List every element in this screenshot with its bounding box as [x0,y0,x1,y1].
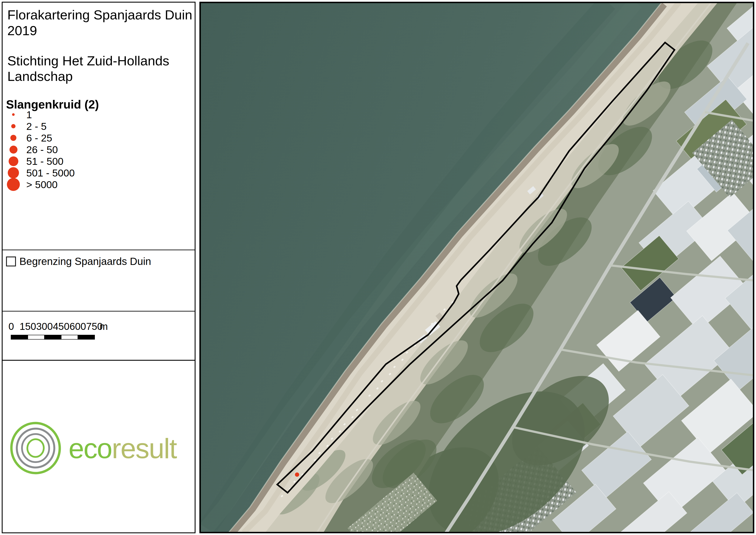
legend-class-label: 2 - 5 [26,120,46,132]
legend-class-row: > 5000 [4,179,155,190]
map-title: Florakartering Spanjaards Duin 2019 [7,7,192,39]
observation-dot-icon [11,124,15,128]
scalebar-tick-label: 450 [53,321,69,332]
scalebar-tick-label: 150 [20,321,36,332]
logo-ring-icon [21,433,50,463]
ecoresult-logo-rings-icon [7,419,64,477]
observation-dot-icon [8,167,19,179]
info-panel: Florakartering Spanjaards Duin 2019 Stic… [2,2,196,533]
map-title-line1: Florakartering Spanjaards Duin [7,7,192,23]
map-sheet: Florakartering Spanjaards Duin 2019 Stic… [0,0,756,535]
boundary-legend: Begrenzing Spanjaards Duin [6,255,151,267]
ecoresult-logo-wordmark: ecoresult [68,432,176,465]
legend-class-label: 51 - 500 [26,155,63,167]
legend-dot-cell [4,135,23,141]
map-title-line2: 2019 [7,23,192,39]
scalebar-unit-label: m [99,321,108,332]
scalebar-segment [61,335,78,339]
logo-word-eco: eco [68,433,112,464]
scalebar-tick-label: 600 [69,321,86,332]
observation-dot-icon [12,113,15,116]
observation-marker [295,472,299,477]
scalebar-tick-label: 300 [36,321,53,332]
scalebar-segment [45,335,61,339]
scalebar-ticks: 0150300450600750m [3,321,136,332]
legend-class-row: 6 - 25 [4,132,155,144]
legend-class-row: 1 [4,109,155,120]
scalebar-segment [11,335,28,339]
scalebar-segment [78,335,94,339]
logo-word-result: result [112,433,176,464]
boundary-symbol-icon [6,257,16,267]
observation-dot-icon [9,156,18,166]
legend-class-row: 51 - 500 [4,155,155,167]
legend-class-label: 1 [26,109,32,121]
legend-dot-cell [4,178,23,191]
observation-dot-icon [10,146,17,154]
organization-line1: Stichting Het Zuid-Hollands [7,53,169,69]
legend-dot-cell [4,146,23,154]
legend-class-label: > 5000 [26,179,58,190]
legend-class-row: 26 - 50 [4,144,155,155]
legend-class-label: 501 - 5000 [26,167,75,179]
boundary-label: Begrenzing Spanjaards Duin [19,255,151,267]
legend-class-row: 501 - 5000 [4,167,155,179]
legend-class-label: 26 - 50 [26,144,58,155]
legend-dot-cell [4,113,23,116]
panel-divider-1 [3,250,195,250]
legend-dot-cell [4,167,23,179]
scalebar-tick-label: 0 [9,321,14,332]
scalebar [11,335,95,340]
organization-name: Stichting Het Zuid-Hollands Landschap [7,53,169,84]
logo-ring-icon [27,438,45,458]
observation-dot-icon [7,178,20,191]
legend-dot-cell [4,156,23,166]
map-canvas [200,2,754,533]
scalebar-segment [28,335,45,339]
map-frame [200,2,754,533]
legend-class-row: 2 - 5 [4,120,155,132]
legend-dot-cell [4,124,23,128]
panel-divider-2 [3,311,195,312]
panel-divider-3 [3,360,195,361]
legend-class-label: 6 - 25 [26,132,52,144]
organization-line2: Landschap [7,69,169,84]
species-legend-list: 12 - 56 - 2526 - 5051 - 500501 - 5000> 5… [4,109,155,190]
observation-dot-icon [10,135,16,141]
